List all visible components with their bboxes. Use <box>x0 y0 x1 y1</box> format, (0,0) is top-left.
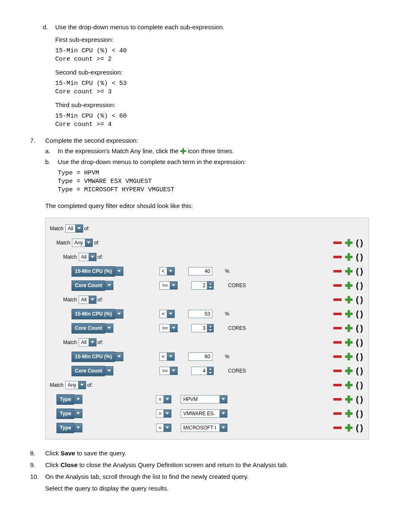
add-icon[interactable] <box>345 267 353 275</box>
operator-dropdown[interactable]: = <box>156 395 171 403</box>
metric-dropdown[interactable]: Type <box>56 395 82 404</box>
add-icon[interactable] <box>345 239 353 247</box>
spinner-down-icon[interactable] <box>207 286 213 290</box>
group-icon[interactable]: ( ) <box>356 251 363 263</box>
operator-dropdown[interactable]: = <box>156 424 171 432</box>
match-dropdown[interactable]: All <box>79 296 97 304</box>
operator-dropdown[interactable]: = <box>156 409 171 418</box>
chevron-down-icon[interactable] <box>164 410 171 417</box>
remove-icon[interactable] <box>333 327 342 329</box>
operator-dropdown[interactable]: < <box>159 310 175 318</box>
group-icon[interactable]: ( ) <box>356 280 363 292</box>
chevron-down-icon[interactable] <box>85 239 92 247</box>
value-input[interactable]: 40 <box>188 267 212 275</box>
spinner-down-icon[interactable] <box>207 371 213 375</box>
remove-icon[interactable] <box>333 355 342 358</box>
chevron-down-icon[interactable] <box>115 352 123 361</box>
chevron-down-icon[interactable] <box>75 225 83 232</box>
chevron-down-icon[interactable] <box>105 324 113 333</box>
value-dropdown[interactable]: VMWARE ES. <box>181 409 228 418</box>
add-icon[interactable] <box>345 410 353 417</box>
operator-dropdown[interactable]: >= <box>159 324 178 332</box>
chevron-down-icon[interactable] <box>89 253 96 261</box>
add-icon[interactable] <box>345 396 353 403</box>
operator-dropdown[interactable]: < <box>159 267 175 275</box>
match-dropdown[interactable]: All <box>79 338 97 347</box>
match-dropdown[interactable]: Any <box>72 239 93 247</box>
add-icon[interactable] <box>345 339 353 346</box>
spinner-up-icon[interactable] <box>207 282 213 286</box>
metric-dropdown[interactable]: Type <box>56 423 82 432</box>
chevron-down-icon[interactable] <box>105 366 113 375</box>
chevron-down-icon[interactable] <box>167 267 174 275</box>
chevron-down-icon[interactable] <box>167 353 174 360</box>
remove-icon[interactable] <box>333 256 342 258</box>
remove-icon[interactable] <box>333 398 342 401</box>
metric-dropdown[interactable]: 15-Min CPU (%) <box>72 309 123 319</box>
spinner-up-icon[interactable] <box>207 324 213 329</box>
metric-dropdown[interactable]: Core Count <box>72 324 113 333</box>
chevron-down-icon[interactable] <box>105 281 113 290</box>
remove-icon[interactable] <box>333 242 342 244</box>
chevron-down-icon[interactable] <box>220 410 227 417</box>
add-icon[interactable] <box>345 296 353 303</box>
value-spinner[interactable]: 3 <box>191 324 214 332</box>
group-icon[interactable]: ( ) <box>356 265 363 278</box>
remove-icon[interactable] <box>333 298 342 301</box>
chevron-down-icon[interactable] <box>170 367 177 375</box>
chevron-down-icon[interactable] <box>89 339 96 346</box>
add-icon[interactable] <box>345 310 353 318</box>
group-icon[interactable]: ( ) <box>356 294 363 306</box>
chevron-down-icon[interactable] <box>115 267 123 276</box>
chevron-down-icon[interactable] <box>74 423 82 432</box>
group-icon[interactable]: ( ) <box>356 337 363 349</box>
group-icon[interactable]: ( ) <box>356 322 363 334</box>
remove-icon[interactable] <box>333 384 342 386</box>
chevron-down-icon[interactable] <box>164 424 171 432</box>
spinner-up-icon[interactable] <box>207 367 213 371</box>
chevron-down-icon[interactable] <box>89 296 96 303</box>
add-icon[interactable] <box>345 424 353 432</box>
chevron-down-icon[interactable] <box>78 381 86 389</box>
metric-dropdown[interactable]: Core Count <box>72 281 113 290</box>
metric-dropdown[interactable]: Type <box>56 409 82 418</box>
remove-icon[interactable] <box>333 427 342 429</box>
group-icon[interactable]: ( ) <box>356 308 363 320</box>
remove-icon[interactable] <box>333 270 342 272</box>
value-input[interactable]: 53 <box>188 310 212 318</box>
group-icon[interactable]: ( ) <box>356 365 363 377</box>
value-spinner[interactable]: 4 <box>191 367 214 375</box>
remove-icon[interactable] <box>333 370 342 372</box>
chevron-down-icon[interactable] <box>74 395 82 404</box>
group-icon[interactable]: ( ) <box>356 408 363 420</box>
chevron-down-icon[interactable] <box>74 409 82 418</box>
remove-icon[interactable] <box>333 412 342 415</box>
chevron-down-icon[interactable] <box>170 324 177 332</box>
chevron-down-icon[interactable] <box>220 424 227 432</box>
remove-icon[interactable] <box>333 341 342 344</box>
value-input[interactable]: 60 <box>188 352 212 361</box>
metric-dropdown[interactable]: Core Count <box>72 366 113 375</box>
add-icon[interactable] <box>345 324 353 332</box>
group-icon[interactable]: ( ) <box>356 379 363 391</box>
remove-icon[interactable] <box>333 284 342 287</box>
chevron-down-icon[interactable] <box>170 282 177 289</box>
chevron-down-icon[interactable] <box>164 396 171 403</box>
metric-dropdown[interactable]: 15-Min CPU (%) <box>72 352 123 361</box>
value-dropdown[interactable]: HPVM <box>181 395 228 403</box>
group-icon[interactable]: ( ) <box>356 393 363 406</box>
value-dropdown[interactable]: MICROSOFT I <box>181 424 228 432</box>
metric-dropdown[interactable]: 15-Min CPU (%) <box>72 267 123 276</box>
spinner-down-icon[interactable] <box>207 329 213 332</box>
add-icon[interactable] <box>345 282 353 289</box>
add-icon[interactable] <box>345 381 353 389</box>
match-dropdown[interactable]: All <box>65 224 83 233</box>
operator-dropdown[interactable]: >= <box>159 367 178 375</box>
chevron-down-icon[interactable] <box>220 396 227 403</box>
chevron-down-icon[interactable] <box>115 309 123 319</box>
chevron-down-icon[interactable] <box>167 310 174 318</box>
match-dropdown[interactable]: Any <box>65 381 87 389</box>
add-icon[interactable] <box>345 353 353 360</box>
value-spinner[interactable]: 2 <box>191 281 214 290</box>
operator-dropdown[interactable]: < <box>159 352 175 361</box>
